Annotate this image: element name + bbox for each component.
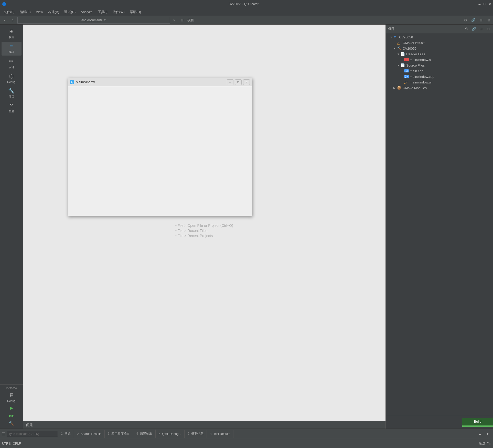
popup-close-button[interactable]: × xyxy=(243,79,250,85)
build-button-sidebar[interactable]: 🔨 xyxy=(8,420,15,426)
main-window-popup: Q MainWindow – □ × xyxy=(68,78,252,216)
tab-search-results[interactable]: 2 Search Results xyxy=(74,430,105,438)
source-files-icon: 📄 xyxy=(401,63,405,67)
popup-content xyxy=(68,86,252,216)
split-button[interactable]: ⊞ xyxy=(179,17,185,24)
tab-problems-num: 1 xyxy=(61,432,63,435)
selector-arrow-icon: ▼ xyxy=(104,19,106,22)
menu-file[interactable]: 文件(F) xyxy=(1,9,17,15)
sync-icon[interactable]: 🔗 xyxy=(470,17,477,24)
project-tree: ▼ ⚙ CV20056 △ CMakeLists.txt ▼ 🔨 CV20056 xyxy=(386,33,493,416)
tab-overview[interactable]: 6 概要信息 xyxy=(185,430,207,438)
sidebar-item-debug[interactable]: ⬡ Debug xyxy=(2,72,22,85)
lb-debug-label: Debug xyxy=(7,399,15,402)
filter-icon[interactable]: ⚙ xyxy=(462,17,469,24)
sidebar-label-welcome: 欢迎 xyxy=(9,35,14,39)
maximize-button[interactable]: □ xyxy=(484,2,486,6)
close-doc-button[interactable]: × xyxy=(171,17,178,24)
panel-toggle-button[interactable]: ☰ xyxy=(0,431,7,437)
menu-debug[interactable]: 调试(D) xyxy=(62,9,78,15)
window-title: CV20056 - Qt Creator xyxy=(8,2,479,6)
popup-title: MainWindow xyxy=(76,80,95,84)
popup-minimize-button[interactable]: – xyxy=(227,79,233,85)
back-button[interactable]: ‹ xyxy=(1,17,8,24)
app-icon: 🔵 xyxy=(2,2,6,6)
mainwindow-h-icon: h xyxy=(404,58,409,61)
menu-edit[interactable]: 编辑(E) xyxy=(17,9,33,15)
menu-build[interactable]: 构建(B) xyxy=(46,9,62,15)
hint-2: • File > Recent Files xyxy=(175,229,233,233)
tree-item-mainwindow-ui[interactable]: 🖊 mainwindow.ui xyxy=(386,79,493,85)
cmakelists-label: CMakeLists.txt xyxy=(403,41,424,45)
source-files-label: Source Files xyxy=(406,63,425,67)
menu-view[interactable]: View xyxy=(33,9,46,15)
menu-widgets[interactable]: 控件(W) xyxy=(110,9,127,15)
tree-item-mainwindow-cpp[interactable]: C+ mainwindow.cpp xyxy=(386,74,493,79)
tree-item-mainwindow-h[interactable]: h mainwindow.h xyxy=(386,57,493,62)
toolbar-right: 项目 ⚙ 🔗 ⊟ ⊞ xyxy=(185,17,492,24)
tree-item-header-files[interactable]: ▼ 📄 Header Files xyxy=(386,51,493,57)
sidebar-item-help[interactable]: ? 帮助 xyxy=(2,101,22,115)
forward-button[interactable]: › xyxy=(9,17,16,24)
tab-app-output[interactable]: 3 应用程序输出 xyxy=(105,430,133,438)
settings-projects-button[interactable]: ⊞ xyxy=(485,26,491,32)
expand-icon[interactable]: ⊞ xyxy=(485,17,492,24)
vertical-layout: Open a document • File > Open File or Pr… xyxy=(23,25,385,429)
mainwindow-cpp-icon: C+ xyxy=(404,75,409,78)
build-action-button[interactable]: Build xyxy=(462,418,493,425)
menu-tools[interactable]: 工具(I) xyxy=(95,9,110,15)
filter-projects-button[interactable]: ⚗ xyxy=(464,26,469,32)
document-selector[interactable]: <no document> ▼ xyxy=(17,17,170,24)
close-button[interactable]: × xyxy=(489,2,491,6)
popup-maximize-button[interactable]: □ xyxy=(235,79,242,85)
cmake-modules-icon: 📦 xyxy=(397,86,402,90)
minimize-button[interactable]: – xyxy=(479,2,481,6)
indentation-label: 缩进:7号 xyxy=(479,441,491,446)
tab-problems[interactable]: 1 问题 xyxy=(58,430,74,438)
sidebar-item-project[interactable]: 🔧 项目 xyxy=(2,86,22,100)
cv20056-node-icon: 🔨 xyxy=(397,46,402,50)
project-section-label: CV20056 xyxy=(6,387,17,390)
tab-compile-label: 编译输出 xyxy=(140,432,152,435)
popup-app-icon: Q xyxy=(70,80,74,84)
debug-icon: ⬡ xyxy=(9,73,14,79)
tree-item-main-cpp[interactable]: C+ main.cpp xyxy=(386,68,493,74)
lb-debug-item[interactable]: 🖥 Debug xyxy=(2,391,22,403)
tab-compile-output[interactable]: 4 编译输出 xyxy=(133,430,155,438)
header-files-icon: 📄 xyxy=(401,52,405,56)
sidebar-label-project: 项目 xyxy=(9,95,14,99)
source-files-arrow: ▼ xyxy=(397,64,401,67)
sidebar-item-edit[interactable]: ≡ 编辑 xyxy=(2,42,22,56)
menu-analyze[interactable]: Analyze xyxy=(78,9,95,15)
sidebar-item-welcome[interactable]: ⊞ 欢迎 xyxy=(2,27,22,41)
sidebar-label-edit: 编辑 xyxy=(9,50,14,54)
build-btn-area: Build xyxy=(462,418,493,427)
tabs-settings-button[interactable]: ▼ xyxy=(484,431,491,437)
link-projects-button[interactable]: 🔗 xyxy=(471,26,477,32)
open-doc-hints: • File > Open File or Project (Ctrl+O) •… xyxy=(175,222,233,239)
mainwindow-cpp-label: mainwindow.cpp xyxy=(410,75,434,79)
design-icon: ✏ xyxy=(9,58,14,64)
tree-item-cmake-modules[interactable]: ▶ 📦 CMake Modules xyxy=(386,85,493,91)
tabs-expand-button[interactable]: ▲ xyxy=(477,431,483,437)
tab-test-label: Test Results xyxy=(213,432,230,436)
tab-search-label: Search Results xyxy=(81,432,101,436)
run-button[interactable]: ▶ xyxy=(8,404,15,411)
status-right: 缩进:7号 xyxy=(479,441,491,446)
collapse-projects-button[interactable]: ⊟ xyxy=(478,26,484,32)
tab-qml-debug[interactable]: 5 QML Debug... xyxy=(156,430,185,438)
layout-icon[interactable]: ⊟ xyxy=(478,17,484,24)
locate-input[interactable] xyxy=(7,431,58,437)
tree-item-source-files[interactable]: ▼ 📄 Source Files xyxy=(386,62,493,68)
debug-run-button[interactable]: ▶▶ xyxy=(8,412,15,419)
header-files-label: Header Files xyxy=(406,52,425,56)
help-icon: ? xyxy=(10,103,13,109)
edit-icon: ≡ xyxy=(10,43,13,49)
menu-help[interactable]: 帮助(H) xyxy=(127,9,144,15)
sidebar-item-design[interactable]: ✏ 设计 xyxy=(2,57,22,71)
tree-item-cv20056-root[interactable]: ▼ ⚙ CV20056 xyxy=(386,34,493,40)
tree-item-cmakelists[interactable]: △ CMakeLists.txt xyxy=(386,40,493,46)
tree-item-cv20056-node[interactable]: ▼ 🔨 CV20056 xyxy=(386,46,493,51)
main-cpp-label: main.cpp xyxy=(410,69,423,73)
tab-test-results[interactable]: 8 Test Results xyxy=(207,430,233,438)
